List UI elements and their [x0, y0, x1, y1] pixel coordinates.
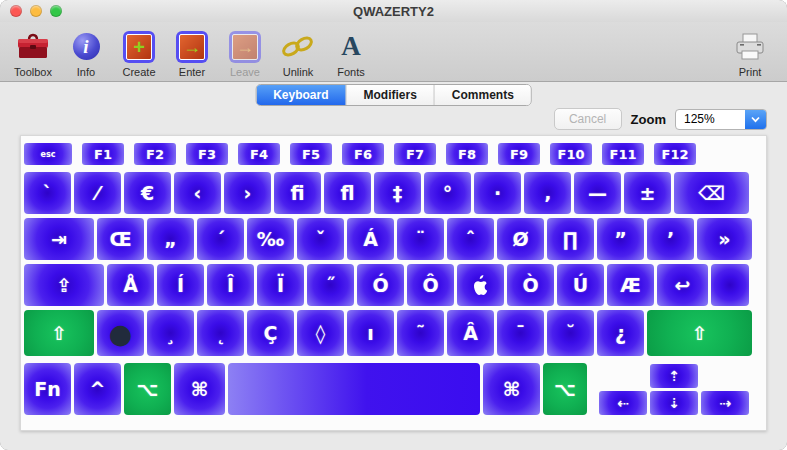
key-f2[interactable]: F2 — [134, 143, 176, 165]
key-o-grave[interactable]: Ò — [507, 264, 554, 306]
unlink-button[interactable]: Unlink — [277, 28, 319, 78]
key-shift-left[interactable]: ⇧ — [24, 310, 94, 356]
print-icon — [734, 28, 766, 65]
key-shift-right[interactable]: ⇧ — [647, 310, 752, 356]
key-arrow-left[interactable]: ⇠ — [599, 391, 647, 415]
key-per-mille[interactable]: ‰ — [247, 218, 294, 260]
key-f1[interactable]: F1 — [82, 143, 124, 165]
key-cedilla[interactable]: ¸ — [147, 310, 194, 356]
tab-comments[interactable]: Comments — [435, 85, 531, 105]
key-return[interactable]: ↩ — [657, 264, 708, 306]
key-ae-ligature[interactable]: Æ — [607, 264, 654, 306]
key-black-circle[interactable]: ● — [97, 310, 144, 356]
key-f4[interactable]: F4 — [238, 143, 280, 165]
chevron-down-icon[interactable] — [745, 110, 766, 129]
key-dotless-i[interactable]: ı — [347, 310, 394, 356]
info-button[interactable]: i Info — [65, 28, 107, 78]
key-i-circumflex[interactable]: Î — [207, 264, 254, 306]
key-right-double-quote[interactable]: ” — [597, 218, 644, 260]
key-f8[interactable]: F8 — [446, 143, 488, 165]
key-f10[interactable]: F10 — [550, 143, 592, 165]
key-fl-ligature[interactable]: fl — [324, 172, 371, 214]
key-o-circumflex[interactable]: Ô — [407, 264, 454, 306]
key-plus-minus[interactable]: ± — [624, 172, 671, 214]
key-f5[interactable]: F5 — [290, 143, 332, 165]
zoom-select[interactable]: 125% — [675, 109, 767, 130]
key-single-low-quote[interactable]: ‚ — [524, 172, 571, 214]
key-arrow-up[interactable]: ⇡ — [650, 364, 698, 388]
key-diaeresis[interactable]: ¨ — [397, 218, 444, 260]
key-arrow-right[interactable]: ⇢ — [701, 391, 749, 415]
minimize-button[interactable] — [30, 5, 42, 17]
key-a-acute[interactable]: Á — [347, 218, 394, 260]
create-button[interactable]: + Create — [118, 28, 160, 78]
key-caps-lock[interactable]: ⇪ — [24, 264, 104, 306]
key-i-diaeresis[interactable]: Ï — [257, 264, 304, 306]
key-f9[interactable]: F9 — [498, 143, 540, 165]
key-i-acute[interactable]: Í — [157, 264, 204, 306]
key-f6[interactable]: F6 — [342, 143, 384, 165]
key-f11[interactable]: F11 — [602, 143, 644, 165]
key-a-ring[interactable]: Å — [107, 264, 154, 306]
key-left-angle-quote[interactable]: ‹ — [174, 172, 221, 214]
key-f7[interactable]: F7 — [394, 143, 436, 165]
key-command-right[interactable]: ⌘ — [483, 363, 540, 415]
key-caron[interactable]: ˇ — [297, 218, 344, 260]
key-escape[interactable]: esc — [24, 143, 72, 165]
key-f12[interactable]: F12 — [654, 143, 696, 165]
key-u-acute[interactable]: Ú — [557, 264, 604, 306]
key-right-single-quote[interactable]: ’ — [647, 218, 694, 260]
key-apple-logo[interactable] — [457, 264, 504, 306]
print-button[interactable]: Print — [729, 28, 771, 78]
key-em-dash[interactable]: — — [574, 172, 621, 214]
key-double-low-quote[interactable]: „ — [147, 218, 194, 260]
key-inverted-question[interactable]: ¿ — [597, 310, 644, 356]
key-small-tilde[interactable]: ˜ — [397, 310, 444, 356]
key-c-cedilla[interactable]: Ç — [247, 310, 294, 356]
key-fraction-slash[interactable]: ⁄ — [74, 172, 121, 214]
tab-modifiers[interactable]: Modifiers — [347, 85, 435, 105]
key-lozenge[interactable]: ◊ — [297, 310, 344, 356]
key-right-guillemet[interactable]: » — [697, 218, 752, 260]
key-product-sign[interactable]: ∏ — [547, 218, 594, 260]
key-f3[interactable]: F3 — [186, 143, 228, 165]
close-button[interactable] — [10, 5, 22, 17]
key-double-acute[interactable]: ˝ — [307, 264, 354, 306]
key-middle-dot[interactable]: · — [474, 172, 521, 214]
key-macron[interactable]: ¯ — [497, 310, 544, 356]
key-blank[interactable] — [711, 264, 749, 306]
key-arrow-down[interactable]: ⇣ — [650, 391, 698, 415]
zoom-window-button[interactable] — [50, 5, 62, 17]
key-acute-accent[interactable]: ´ — [197, 218, 244, 260]
leave-button[interactable]: → Leave — [224, 28, 266, 78]
key-a-circumflex[interactable]: Â — [447, 310, 494, 356]
key-ogonek[interactable]: ˛ — [197, 310, 244, 356]
key-o-stroke[interactable]: Ø — [497, 218, 544, 260]
tab-keyboard[interactable]: Keyboard — [256, 85, 346, 105]
arrow-key-cluster: ⇡⇠⇣⇢ — [599, 364, 749, 415]
key-euro[interactable]: € — [124, 172, 171, 214]
key-option-left[interactable]: ⌥ — [124, 363, 171, 415]
key-right-angle-quote[interactable]: › — [224, 172, 271, 214]
key-option-right[interactable]: ⌥ — [543, 363, 587, 415]
fonts-button[interactable]: A Fonts — [330, 28, 372, 78]
create-label: Create — [122, 66, 155, 78]
key-control[interactable]: ^ — [74, 363, 121, 415]
key-degree[interactable]: ° — [424, 172, 471, 214]
key-oe-ligature[interactable]: Œ — [97, 218, 144, 260]
zoom-value: 125% — [676, 112, 745, 126]
key-circumflex[interactable]: ˆ — [447, 218, 494, 260]
key-double-dagger[interactable]: ‡ — [374, 172, 421, 214]
cancel-button[interactable]: Cancel — [554, 108, 622, 130]
key-tab[interactable]: ⇥ — [24, 218, 94, 260]
key-o-acute[interactable]: Ó — [357, 264, 404, 306]
toolbox-button[interactable]: Toolbox — [12, 28, 54, 78]
key-space[interactable] — [228, 363, 480, 415]
key-command-left[interactable]: ⌘ — [174, 363, 225, 415]
key-grave[interactable]: ` — [24, 172, 71, 214]
key-breve[interactable]: ˘ — [547, 310, 594, 356]
key-backspace[interactable]: ⌫ — [674, 172, 749, 214]
key-fn[interactable]: Fn — [24, 363, 71, 415]
key-fi-ligature[interactable]: fi — [274, 172, 321, 214]
enter-button[interactable]: → Enter — [171, 28, 213, 78]
